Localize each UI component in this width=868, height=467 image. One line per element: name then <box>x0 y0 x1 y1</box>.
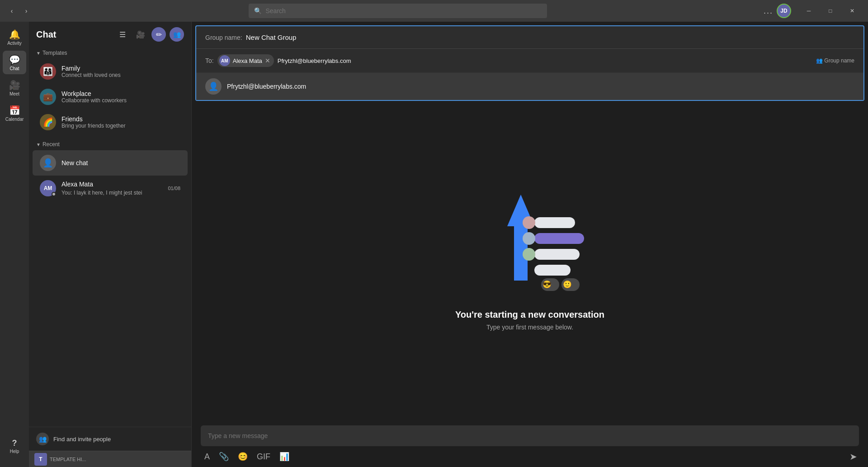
meet-label: Meet <box>9 91 19 96</box>
workplace-template-text: Workplace Collaborate with coworkers <box>61 90 127 104</box>
attach-button[interactable]: 📎 <box>217 450 231 463</box>
giphy-button[interactable]: GIF <box>255 450 272 463</box>
email-chip[interactable]: Pfrytzhl@blueberrylabs.com <box>278 57 351 64</box>
search-input[interactable] <box>265 7 542 14</box>
svg-point-6 <box>523 232 535 245</box>
sidebar-item-meet[interactable]: 🎥 Meet <box>3 76 26 100</box>
conversation-illustration: 😎 🙂 <box>476 190 584 299</box>
more-options-button[interactable]: ... <box>764 6 773 16</box>
alexa-mata-time: 01/08 <box>168 186 180 191</box>
minimize-button[interactable]: ─ <box>798 4 819 18</box>
templates-chevron-icon: ▼ <box>36 51 41 56</box>
message-toolbar: A 📎 😊 GIF 📊 ➤ <box>201 450 859 463</box>
template-friends[interactable]: 🌈 Friends Bring your friends together <box>33 110 188 135</box>
workplace-template-desc: Collaborate with coworkers <box>61 97 127 104</box>
format-button[interactable]: A <box>203 450 212 463</box>
friends-template-name: Friends <box>61 115 125 123</box>
back-button[interactable]: ‹ <box>5 5 18 17</box>
message-input[interactable] <box>208 432 852 439</box>
window-controls: ─ □ ✕ <box>798 4 863 18</box>
maximize-button[interactable]: □ <box>820 4 841 18</box>
svg-rect-4 <box>534 265 571 276</box>
friends-template-text: Friends Bring your friends together <box>61 115 125 129</box>
templates-section-header[interactable]: ▼ Templates <box>29 47 191 59</box>
find-invite-icon: 👥 <box>36 433 49 445</box>
send-button[interactable]: ➤ <box>849 451 857 462</box>
friends-template-icon: 🌈 <box>40 114 56 130</box>
template-workplace[interactable]: 💼 Workplace Collaborate with coworkers <box>33 84 188 110</box>
video-call-button[interactable]: 🎥 <box>133 27 148 42</box>
sidebar-footer: 👥 Find and invite people T TEMPLATE HI..… <box>29 427 191 467</box>
new-chat-info: New chat <box>61 159 180 167</box>
template-band: T TEMPLATE HI... <box>29 451 191 467</box>
main-content: Group name: New Chat Group To: AM Alexa … <box>192 22 868 467</box>
suggestion-item[interactable]: 👤 Pfrytzhl@blueberrylabs.com <box>196 73 863 100</box>
recent-section-header[interactable]: ▼ Recent <box>29 138 191 150</box>
sidebar-header: Chat ☰ 🎥 ✏ 👥 <box>29 22 191 47</box>
left-rail: 🔔 Activity 💬 Chat 🎥 Meet 📅 Calendar ? He… <box>0 22 29 467</box>
user-avatar[interactable]: JD <box>777 4 791 18</box>
calendar-icon: 📅 <box>9 105 20 116</box>
meet-icon: 🎥 <box>9 80 20 91</box>
family-template-text: Family Connect with loved ones <box>61 65 121 78</box>
template-family[interactable]: 👨‍👩‍👧 Family Connect with loved ones <box>33 59 188 84</box>
recent-item-new-chat[interactable]: 👤 New chat <box>33 150 188 176</box>
forward-button[interactable]: › <box>20 5 33 17</box>
conversation-subtitle: Type your first message below. <box>486 324 573 331</box>
new-chat-avatar: 👤 <box>40 155 56 171</box>
activity-label: Activity <box>7 41 22 46</box>
recent-label: Recent <box>42 141 60 148</box>
recipient-chip-alexa[interactable]: AM Alexa Mata ✕ <box>217 54 274 67</box>
status-indicator <box>52 192 56 196</box>
svg-point-7 <box>523 248 535 261</box>
svg-rect-3 <box>534 249 580 260</box>
sidebar: Chat ☰ 🎥 ✏ 👥 ▼ Templates 👨‍👩‍👧 Family Co… <box>29 22 192 467</box>
sidebar-item-chat[interactable]: 💬 Chat <box>3 51 26 74</box>
to-row: To: AM Alexa Mata ✕ Pfrytzhl@blueberryla… <box>196 49 863 73</box>
family-template-name: Family <box>61 65 121 72</box>
message-input-box[interactable] <box>201 425 859 446</box>
alexa-mata-avatar: AM <box>40 180 56 196</box>
chat-icon: 💬 <box>9 54 20 65</box>
svg-text:😎: 😎 <box>542 280 552 289</box>
suggestion-email: Pfrytzhl@blueberrylabs.com <box>227 83 306 90</box>
friends-template-desc: Bring your friends together <box>61 123 125 129</box>
family-template-desc: Connect with loved ones <box>61 72 121 78</box>
chip-avatar-alexa: AM <box>219 55 230 66</box>
help-icon: ? <box>12 438 17 448</box>
svg-rect-2 <box>534 233 584 244</box>
email-value: Pfrytzhl@blueberrylabs.com <box>278 57 351 64</box>
recent-item-alexa-mata[interactable]: AM Alexa Mata You: I layk it here, I mig… <box>33 176 188 201</box>
new-chat-name: New chat <box>61 159 88 167</box>
activity-icon: 🔔 <box>9 29 20 40</box>
new-chat-extra-button[interactable]: 👥 <box>170 27 184 42</box>
sidebar-item-calendar[interactable]: 📅 Calendar <box>3 101 26 125</box>
emoji-button[interactable]: 😊 <box>236 450 250 463</box>
search-icon: 🔍 <box>254 7 262 14</box>
workplace-template-icon: 💼 <box>40 89 56 105</box>
new-chat-avatar-icon: 👤 <box>43 158 53 168</box>
close-button[interactable]: ✕ <box>842 4 863 18</box>
search-bar[interactable]: 🔍 <box>249 4 547 18</box>
svg-rect-1 <box>534 217 575 228</box>
templates-label: Templates <box>42 50 67 56</box>
group-name-value[interactable]: New Chat Group <box>246 33 297 41</box>
teams-logo: T <box>34 453 47 466</box>
sidebar-item-help[interactable]: ? Help <box>3 434 26 458</box>
title-bar-right: ... JD ─ □ ✕ <box>764 4 863 18</box>
find-invite-bar[interactable]: 👥 Find and invite people <box>29 427 191 451</box>
compose-button[interactable]: ✏ <box>151 27 166 42</box>
message-input-area: A 📎 😊 GIF 📊 ➤ <box>192 420 868 467</box>
calendar-label: Calendar <box>5 117 24 122</box>
title-bar: ‹ › 🔍 ... JD ─ □ ✕ <box>0 0 868 22</box>
sidebar-item-activity[interactable]: 🔔 Activity <box>3 25 26 49</box>
group-name-label: Group name: <box>205 34 242 41</box>
add-group-name-label[interactable]: 👥 Group name <box>816 57 854 64</box>
chip-remove-alexa[interactable]: ✕ <box>265 57 270 64</box>
sticker-button[interactable]: 📊 <box>278 450 291 463</box>
suggestion-avatar: 👤 <box>205 78 222 95</box>
filter-button[interactable]: ☰ <box>115 27 130 42</box>
conversation-title: You're starting a new conversation <box>455 310 604 320</box>
sidebar-actions: ☰ 🎥 ✏ 👥 <box>115 27 184 42</box>
chat-label: Chat <box>9 66 19 71</box>
